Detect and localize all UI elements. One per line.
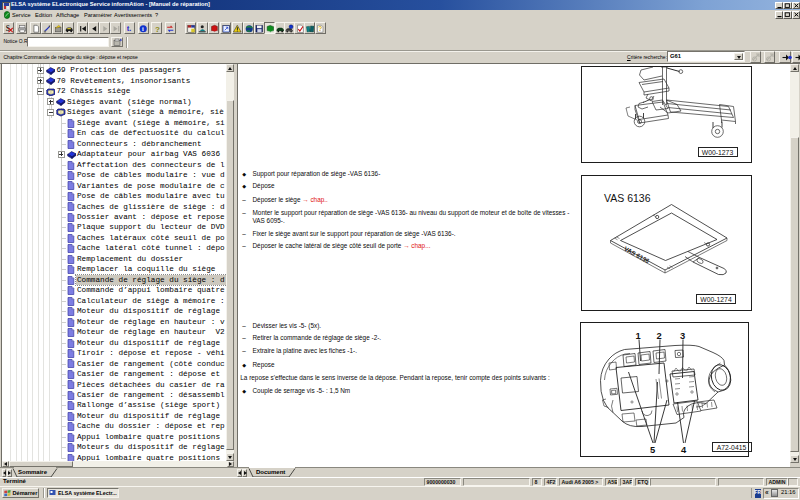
svg-text:3: 3 [680, 329, 685, 340]
svg-text:VAS 6136: VAS 6136 [604, 192, 651, 204]
svg-text:5: 5 [650, 444, 655, 455]
svg-text:i: i [142, 25, 144, 32]
svg-text:4: 4 [681, 444, 687, 455]
svg-text:t.: t. [126, 24, 131, 33]
svg-text:?: ? [155, 24, 160, 33]
svg-text:2: 2 [657, 329, 662, 340]
svg-text:?: ? [318, 25, 322, 32]
svg-text:1: 1 [636, 329, 641, 340]
